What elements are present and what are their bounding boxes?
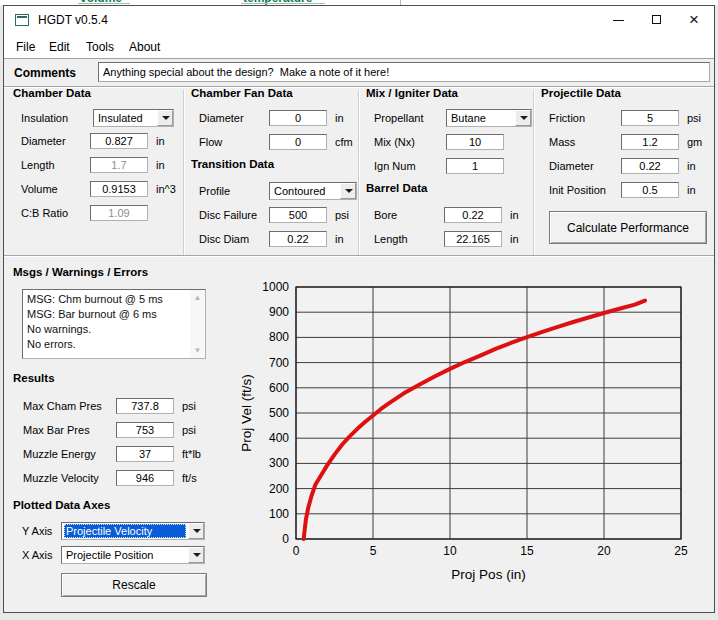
- messages-listbox[interactable]: MSG: Chm burnout @ 5 ms MSG: Bar burnout…: [22, 289, 206, 359]
- scroll-up-icon[interactable]: ▲: [190, 290, 205, 305]
- background-underline: [241, 3, 325, 4]
- profile-combo[interactable]: Contoured: [269, 182, 357, 200]
- init-position-label: Init Position: [549, 184, 606, 196]
- insulation-dropdown-button[interactable]: [157, 110, 173, 126]
- column-separator: [533, 90, 534, 256]
- chamber-fan-header: Chamber Fan Data: [191, 87, 293, 99]
- maximize-button[interactable]: [636, 6, 676, 34]
- x-axis-combo[interactable]: Projectile Position: [61, 546, 205, 564]
- proj-diameter-field[interactable]: [621, 158, 679, 174]
- disc-failure-field[interactable]: [269, 207, 327, 223]
- profile-label: Profile: [199, 185, 230, 197]
- max-cham-pres-unit: psi: [182, 400, 196, 412]
- chamber-length-label: Length: [21, 159, 55, 171]
- transition-data-header: Transition Data: [191, 158, 274, 170]
- x-tick-label: 5: [370, 544, 377, 558]
- comments-label: Comments: [14, 66, 76, 80]
- x-tick-label: 20: [597, 544, 611, 558]
- y-tick-label: 300: [269, 456, 289, 470]
- app-window: HGDT v0.5.4 × File Edit Tools About Comm…: [3, 5, 715, 613]
- rescale-button[interactable]: Rescale: [61, 573, 207, 597]
- muzzle-velocity-field[interactable]: [116, 470, 174, 486]
- menu-edit[interactable]: Edit: [45, 38, 74, 56]
- y-tick-label: 700: [269, 356, 289, 370]
- scroll-down-icon[interactable]: ▼: [190, 343, 205, 358]
- x-axis-label: X Axis: [22, 549, 53, 561]
- message-line: MSG: Chm burnout @ 5 ms: [27, 292, 201, 307]
- message-line: No warnings.: [27, 322, 201, 337]
- menu-file[interactable]: File: [12, 38, 39, 56]
- max-bar-pres-field[interactable]: [116, 422, 174, 438]
- y-axis-value: Projectile Velocity: [64, 524, 186, 538]
- friction-field[interactable]: [621, 110, 679, 126]
- projectile-data-header: Projectile Data: [541, 87, 621, 99]
- close-button[interactable]: ×: [674, 6, 714, 34]
- profile-dropdown-button[interactable]: [340, 183, 356, 199]
- fan-diameter-label: Diameter: [199, 112, 244, 124]
- barrel-length-unit: in: [510, 233, 519, 245]
- title-bar[interactable]: HGDT v0.5.4 ×: [4, 6, 714, 34]
- chamber-data-header: Chamber Data: [13, 87, 91, 99]
- menu-tools[interactable]: Tools: [82, 38, 118, 56]
- disc-diam-unit: in: [335, 233, 344, 245]
- chamber-diameter-label: Diameter: [21, 135, 66, 147]
- propellant-combo[interactable]: Butane: [446, 109, 532, 127]
- chevron-down-icon: [520, 116, 528, 120]
- mass-unit: gm: [687, 136, 702, 148]
- barrel-length-field[interactable]: [444, 231, 502, 247]
- propellant-dropdown-button[interactable]: [515, 110, 531, 126]
- insulation-label: Insulation: [21, 112, 68, 124]
- barrel-data-header: Barrel Data: [366, 182, 427, 194]
- mix-field[interactable]: [446, 134, 504, 150]
- fan-flow-field[interactable]: [269, 134, 327, 150]
- y-axis-dropdown-button[interactable]: [188, 523, 204, 539]
- x-axis-value: Projectile Position: [64, 548, 186, 562]
- chamber-length-unit: in: [156, 159, 165, 171]
- init-position-field[interactable]: [621, 182, 679, 198]
- column-separator: [183, 90, 184, 256]
- friction-label: Friction: [549, 112, 585, 124]
- x-tick-label: 25: [674, 544, 688, 558]
- ign-num-label: Ign Num: [374, 160, 416, 172]
- max-bar-pres-label: Max Bar Pres: [23, 424, 90, 436]
- insulation-combo[interactable]: Insulated: [93, 109, 174, 127]
- ign-num-field[interactable]: [446, 158, 504, 174]
- messages-scrollbar[interactable]: ▲ ▼: [190, 290, 205, 358]
- bore-field[interactable]: [444, 207, 502, 223]
- cb-ratio-field[interactable]: [90, 205, 148, 221]
- propellant-value: Butane: [449, 111, 513, 125]
- background-underline: [78, 3, 130, 4]
- x-axis-dropdown-button[interactable]: [188, 547, 204, 563]
- max-cham-pres-label: Max Cham Pres: [23, 400, 102, 412]
- chevron-down-icon: [345, 189, 353, 193]
- maximize-icon: [652, 15, 661, 24]
- chamber-diameter-field[interactable]: [90, 133, 148, 149]
- muzzle-energy-field[interactable]: [116, 446, 174, 462]
- mass-field[interactable]: [621, 134, 679, 150]
- chamber-volume-unit: in^3: [156, 183, 176, 195]
- y-tick-label: 800: [269, 330, 289, 344]
- messages-header: Msgs / Warnings / Errors: [13, 266, 148, 278]
- minimize-icon: [613, 20, 624, 21]
- disc-diam-field[interactable]: [269, 231, 327, 247]
- results-header: Results: [13, 372, 55, 384]
- menu-bar: File Edit Tools About: [4, 34, 714, 59]
- mix-label: Mix (Nx): [374, 136, 415, 148]
- y-axis-combo[interactable]: Projectile Velocity: [61, 522, 205, 540]
- bore-label: Bore: [374, 209, 397, 221]
- chevron-down-icon: [162, 116, 170, 120]
- y-axis-label: Y Axis: [22, 525, 52, 537]
- chamber-length-field[interactable]: [90, 157, 148, 173]
- chamber-volume-field[interactable]: [90, 181, 148, 197]
- proj-diameter-label: Diameter: [549, 160, 594, 172]
- mass-label: Mass: [549, 136, 575, 148]
- panel-separator: [4, 255, 714, 256]
- menu-about[interactable]: About: [125, 38, 164, 56]
- chevron-down-icon: [193, 553, 201, 557]
- calculate-performance-button[interactable]: Calculate Performance: [549, 211, 707, 244]
- minimize-button[interactable]: [598, 6, 638, 34]
- max-cham-pres-field[interactable]: [116, 398, 174, 414]
- comments-input[interactable]: [98, 62, 710, 82]
- fan-diameter-field[interactable]: [269, 110, 327, 126]
- fan-flow-label: Flow: [199, 136, 222, 148]
